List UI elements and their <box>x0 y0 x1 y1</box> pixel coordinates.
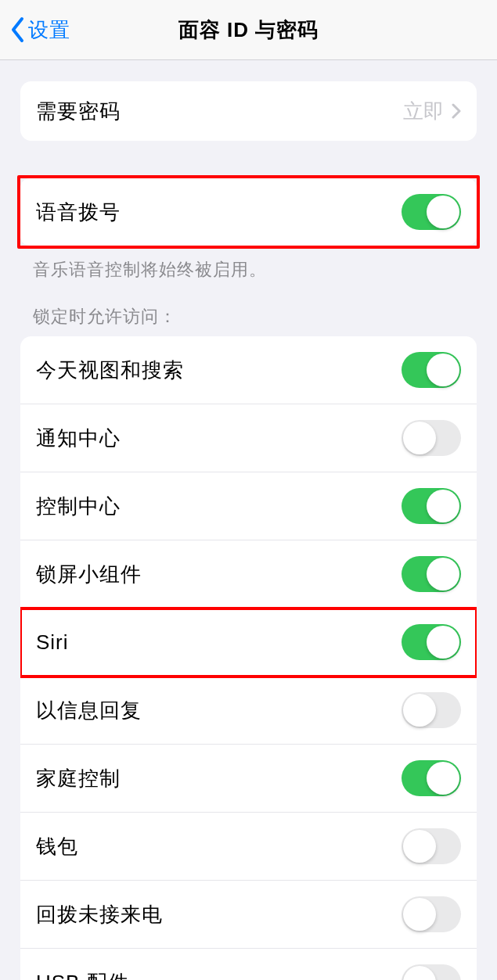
lock-access-row: 钱包 <box>20 813 477 881</box>
lock-access-label: 锁屏小组件 <box>36 561 142 588</box>
lock-access-label: USB 配件 <box>36 969 129 981</box>
lock-access-toggle[interactable] <box>402 488 461 524</box>
voice-dial-section: 语音拨号 <box>20 178 477 246</box>
require-passcode-value: 立即 <box>403 98 444 125</box>
lock-access-toggle[interactable] <box>402 556 461 592</box>
chevron-left-icon <box>9 16 27 43</box>
lock-access-row: 控制中心 <box>20 472 477 540</box>
lock-access-label: 家庭控制 <box>36 765 121 792</box>
voice-dial-highlight: 语音拨号 <box>17 175 480 249</box>
require-passcode-value-group: 立即 <box>403 98 461 125</box>
lock-access-toggle[interactable] <box>402 760 461 796</box>
lock-access-row: 家庭控制 <box>20 745 477 813</box>
lock-access-toggle[interactable] <box>402 420 461 456</box>
require-passcode-row[interactable]: 需要密码 立即 <box>20 81 477 141</box>
lock-access-row: USB 配件 <box>20 949 477 980</box>
lock-access-label: 钱包 <box>36 833 78 860</box>
lock-access-row: 通知中心 <box>20 404 477 472</box>
nav-header: 设置 面容 ID 与密码 <box>0 0 497 60</box>
lock-access-toggle[interactable] <box>402 624 461 660</box>
voice-dial-label: 语音拨号 <box>36 199 121 226</box>
lock-access-section: 今天视图和搜索通知中心控制中心锁屏小组件Siri以信息回复家庭控制钱包回拨未接来… <box>20 336 477 980</box>
lock-access-toggle[interactable] <box>402 896 461 932</box>
lock-access-label: 回拨未接来电 <box>36 901 163 928</box>
back-button[interactable]: 设置 <box>9 16 70 44</box>
voice-dial-row: 语音拨号 <box>20 178 477 246</box>
lock-access-label: 以信息回复 <box>36 697 142 724</box>
voice-dial-caption: 音乐语音控制将始终被启用。 <box>33 258 464 282</box>
lock-access-label: 今天视图和搜索 <box>36 357 184 384</box>
lock-access-row: Siri <box>20 608 477 677</box>
lock-access-header: 锁定时允许访问： <box>33 305 464 328</box>
lock-access-label: 控制中心 <box>36 493 121 520</box>
lock-access-label: Siri <box>36 630 69 655</box>
lock-access-toggle[interactable] <box>402 692 461 728</box>
lock-access-label: 通知中心 <box>36 425 121 452</box>
chevron-right-icon <box>452 103 461 119</box>
lock-access-row: 回拨未接来电 <box>20 881 477 949</box>
page-title: 面容 ID 与密码 <box>178 16 319 44</box>
lock-access-toggle[interactable] <box>402 828 461 864</box>
lock-access-toggle[interactable] <box>402 352 461 388</box>
lock-access-toggle[interactable] <box>402 964 461 980</box>
voice-dial-toggle[interactable] <box>402 194 461 230</box>
lock-access-row: 今天视图和搜索 <box>20 336 477 404</box>
require-passcode-section: 需要密码 立即 <box>20 81 477 141</box>
require-passcode-label: 需要密码 <box>36 98 121 125</box>
lock-access-row: 以信息回复 <box>20 677 477 745</box>
lock-access-row: 锁屏小组件 <box>20 540 477 608</box>
back-label: 设置 <box>28 16 70 44</box>
